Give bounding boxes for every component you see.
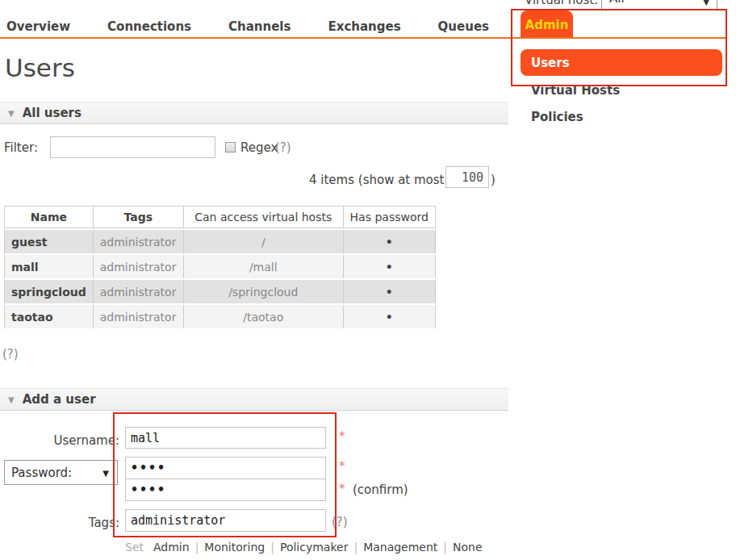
required-asterisk: *: [339, 482, 345, 496]
table-row: springcloud administrator /springcloud •: [4, 280, 436, 303]
virtual-host-select[interactable]: All ▼: [601, 0, 717, 10]
items-summary-close: ): [491, 173, 496, 187]
confirm-label: (confirm): [353, 483, 408, 497]
show-at-most-input[interactable]: [445, 166, 489, 188]
separator: |: [443, 541, 447, 554]
page-title: Users: [5, 53, 75, 82]
virtual-host-label: Virtual host:: [525, 0, 598, 7]
section-all-users[interactable]: ▼ All users: [0, 102, 508, 124]
section-all-users-title: All users: [23, 106, 82, 120]
rabbitmq-admin-users-page: Virtual host: All ▼ Overview Connections…: [0, 0, 736, 560]
user-name-link[interactable]: taotao: [4, 305, 94, 328]
main-nav: Overview Connections Channels Exchanges …: [6, 19, 489, 34]
user-vhosts: /mall: [184, 255, 344, 278]
separator: |: [195, 541, 199, 554]
has-password-dot: •: [344, 280, 436, 303]
user-tags: administrator: [94, 255, 184, 278]
chevron-down-icon: ▼: [102, 469, 109, 478]
tab-channels[interactable]: Channels: [228, 19, 291, 34]
filter-label: Filter:: [4, 140, 38, 155]
has-password-dot: •: [344, 230, 436, 253]
user-tags: administrator: [94, 230, 184, 253]
nav-underline: [0, 37, 727, 39]
tags-label: Tags:: [31, 516, 119, 530]
section-add-user-title: Add a user: [23, 392, 96, 407]
password-type-select[interactable]: Password: ▼: [4, 460, 118, 485]
collapse-triangle-icon: ▼: [8, 109, 15, 118]
tab-admin-active[interactable]: Admin: [521, 10, 573, 39]
tab-queues[interactable]: Queues: [438, 19, 489, 34]
tab-exchanges[interactable]: Exchanges: [328, 19, 400, 34]
table-row: guest administrator / •: [4, 230, 436, 253]
required-asterisk: *: [339, 429, 345, 444]
table-header-row: Name Tags Can access virtual hosts Has p…: [4, 206, 436, 228]
password-input[interactable]: [125, 457, 326, 479]
has-password-dot: •: [344, 255, 436, 278]
collapse-triangle-icon: ▼: [8, 395, 15, 404]
table-row: taotao administrator /taotao •: [4, 305, 436, 328]
user-tags: administrator: [94, 305, 184, 328]
set-option-policymaker[interactable]: Policymaker: [280, 541, 348, 554]
items-summary: 4 items (show at most: [309, 173, 445, 187]
user-tags: administrator: [94, 280, 184, 303]
users-table: Name Tags Can access virtual hosts Has p…: [4, 204, 436, 330]
username-label: Username:: [31, 433, 119, 448]
section-add-user[interactable]: ▼ Add a user: [0, 388, 508, 411]
table-help-link[interactable]: (?): [2, 347, 19, 361]
has-password-dot: •: [344, 305, 436, 328]
set-option-monitoring[interactable]: Monitoring: [204, 541, 265, 554]
table-row: mall administrator /mall •: [4, 255, 436, 278]
tab-overview[interactable]: Overview: [6, 19, 70, 34]
set-label: Set: [125, 541, 144, 554]
user-vhosts: /taotao: [184, 305, 344, 328]
user-name-link[interactable]: guest: [4, 230, 94, 253]
filter-input[interactable]: [50, 136, 215, 158]
col-header-tags: Tags: [94, 206, 184, 228]
sidebar-item-policies[interactable]: Policies: [531, 110, 583, 124]
user-name-link[interactable]: springcloud: [4, 280, 94, 303]
set-option-management[interactable]: Management: [363, 541, 437, 554]
separator: |: [270, 541, 274, 554]
col-header-vhosts: Can access virtual hosts: [184, 206, 344, 228]
required-asterisk: *: [339, 459, 345, 474]
tab-connections[interactable]: Connections: [107, 19, 191, 34]
user-vhosts: /: [184, 230, 344, 253]
chevron-down-icon: ▼: [703, 0, 709, 6]
regex-label: Regex: [240, 140, 278, 155]
col-header-name: Name: [4, 206, 94, 228]
separator: |: [353, 541, 358, 554]
username-input[interactable]: [125, 427, 326, 449]
sidebar-item-users[interactable]: Users: [521, 49, 722, 76]
col-header-has-password: Has password: [344, 206, 436, 228]
virtual-host-value: All: [609, 0, 625, 6]
tags-input[interactable]: [125, 509, 326, 532]
tags-help-link[interactable]: (?): [332, 515, 348, 529]
tag-shortcut-row: SetAdmin|Monitoring|Policymaker|Manageme…: [125, 541, 483, 554]
password-type-value: Password:: [11, 466, 72, 480]
user-vhosts: /springcloud: [184, 280, 344, 303]
password-confirm-input[interactable]: [125, 479, 326, 501]
sidebar-item-virtual-hosts[interactable]: Virtual Hosts: [531, 83, 620, 98]
set-option-none[interactable]: None: [453, 541, 483, 554]
set-option-admin[interactable]: Admin: [153, 541, 190, 554]
user-name-link[interactable]: mall: [4, 255, 94, 278]
regex-checkbox[interactable]: [225, 142, 236, 153]
regex-help-link[interactable]: (?): [275, 140, 291, 155]
